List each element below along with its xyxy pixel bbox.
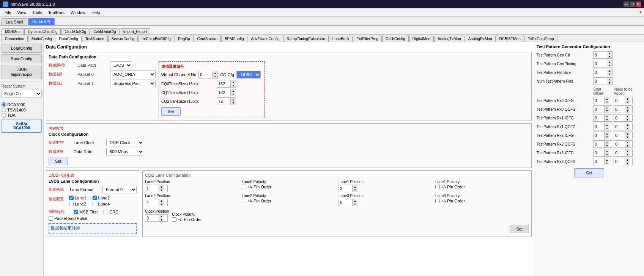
lane1-pol-label-wrap[interactable]: +/- Pin Order (435, 185, 529, 189)
tp-gen-ctl-down[interactable]: ▼ (607, 55, 612, 58)
tp-row-start-0[interactable]: ▲ ▼ (593, 97, 612, 104)
tsw1400-radio-label[interactable]: TSW1400 (2, 108, 42, 112)
clock-pol-checkbox[interactable] (172, 217, 176, 222)
tp-row-val-4[interactable]: ▲ ▼ (614, 132, 633, 139)
tp-row-val-0[interactable]: ▲ ▼ (614, 97, 633, 104)
lane1-checkbox-label[interactable]: Lane1 (69, 196, 87, 200)
cq1-down[interactable]: ▼ (231, 93, 236, 96)
tp-pkt-size-spinbox[interactable]: ▲ ▼ (593, 69, 613, 76)
tp-row-val-down-0[interactable]: ▼ (625, 100, 630, 104)
lane0-pol-label-wrap[interactable]: +/- Pin Order (242, 185, 335, 189)
tab-radar-api[interactable]: RadarAPI (28, 18, 55, 25)
packet0-select[interactable]: ADC_ONLY CP_ADC (110, 71, 156, 78)
tda-radio-label[interactable]: TDA (2, 113, 42, 118)
virtual-ch-up[interactable]: ▲ (213, 71, 217, 75)
tp-row-start-7[interactable]: ▲ ▼ (593, 158, 612, 165)
lane4-checkbox-label[interactable]: Lane4 (93, 202, 110, 206)
crc-label[interactable]: CRC (104, 210, 118, 214)
single-chip-dropdown[interactable]: Single Chi Multi Chip (2, 90, 42, 97)
tab-digital-mon[interactable]: DigitalMon (409, 36, 434, 42)
lane2-pol-label-wrap[interactable]: +/- Pin Order (242, 199, 335, 203)
tp-row-start-input-7[interactable] (594, 158, 604, 165)
tp-row-start-up-2[interactable]: ▲ (605, 114, 609, 118)
tp-set-button[interactable]: Set (574, 168, 604, 177)
lane2-checkbox-label[interactable]: Lane2 (93, 196, 110, 200)
tp-row-val-input-4[interactable] (614, 132, 625, 138)
lane2-pos-up[interactable]: ▲ (159, 199, 164, 202)
tp-gen-ctl-spinbox[interactable]: ▲ ▼ (593, 51, 613, 59)
tp-row-start-down-1[interactable]: ▼ (605, 109, 609, 113)
tp-row-start-up-6[interactable]: ▲ (605, 149, 609, 153)
lane3-pol-label-wrap[interactable]: +/- Pin Order (435, 199, 529, 203)
clock-pos-up[interactable]: ▲ (159, 215, 164, 218)
tp-row-start-down-3[interactable]: ▼ (605, 127, 609, 130)
tp-row-start-down-4[interactable]: ▼ (605, 135, 609, 139)
tp-gen-timing-input[interactable] (594, 61, 607, 67)
lane0-pol-checkbox[interactable] (242, 185, 246, 189)
tp-gen-timing-up[interactable]: ▲ (607, 60, 612, 64)
packet-end-label[interactable]: Packet End Pulse (49, 216, 137, 221)
menu-window[interactable]: Window (68, 9, 88, 16)
tab-analog-tx[interactable]: AnalogTxMon (434, 36, 464, 42)
tp-row-start-input-3[interactable] (594, 124, 604, 130)
lane2-pol-checkbox[interactable] (242, 199, 246, 203)
tp-row-val-down-7[interactable]: ▼ (625, 162, 630, 165)
tp-row-val-2[interactable]: ▲ ▼ (614, 114, 633, 122)
menu-help[interactable]: Help (88, 9, 103, 16)
dca1000-radio-label[interactable]: DCA1000 (2, 102, 42, 107)
tab-reg-op[interactable]: RegOp (175, 36, 194, 42)
tp-num-pkts-up[interactable]: ▲ (607, 78, 612, 81)
lane1-pol-checkbox[interactable] (435, 185, 440, 189)
tp-gen-timing-spinbox[interactable]: ▲ ▼ (593, 60, 613, 67)
tp-row-val-up-2[interactable]: ▲ (625, 114, 630, 118)
tp-row-start-input-4[interactable] (594, 132, 604, 138)
tp-row-start-input-6[interactable] (594, 150, 604, 156)
clock-pos-spinbox[interactable]: ▲ ▼ (145, 214, 168, 222)
tp-row-start-down-5[interactable]: ▼ (605, 144, 609, 147)
tp-row-val-6[interactable]: ▲ ▼ (614, 149, 633, 157)
tab-test-source[interactable]: TestSource (82, 36, 108, 42)
tp-row-start-up-1[interactable]: ▲ (605, 106, 609, 109)
tp-row-val-down-1[interactable]: ▼ (625, 109, 630, 113)
tab-cont-stream[interactable]: ContStream (194, 36, 221, 42)
cq-cfg-select[interactable]: 16 Bit 12 Bit (236, 71, 261, 78)
tp-row-val-up-3[interactable]: ▲ (625, 123, 630, 127)
tp-row-val-input-0[interactable] (614, 97, 625, 104)
tp-row-val-input-1[interactable] (614, 106, 625, 112)
tp-row-start-input-1[interactable] (594, 106, 604, 112)
tab-mssmon[interactable]: MSSMon (2, 28, 24, 34)
tp-row-val-input-2[interactable] (614, 115, 625, 121)
tab-ramp-timing[interactable]: RampTimingCalculator (283, 36, 329, 42)
crc-checkbox[interactable] (104, 210, 108, 214)
msb-first-checkbox[interactable] (74, 210, 78, 214)
setup-dca1000-button[interactable]: SetUpDCA1000 (2, 119, 42, 133)
tp-row-start-3[interactable]: ▲ ▼ (593, 123, 612, 130)
tp-row-val-down-6[interactable]: ▼ (625, 153, 630, 156)
tab-lua-shell[interactable]: Lua Shell (2, 18, 27, 25)
tp-row-start-input-0[interactable] (594, 97, 604, 104)
clock-pos-down[interactable]: ▼ (159, 218, 164, 221)
tab-adv-frame[interactable]: AdvFrameConfig (248, 36, 283, 42)
maximize-button[interactable]: ❐ (630, 2, 635, 7)
tab-calib-data[interactable]: CalibDataCfg (90, 28, 119, 34)
tab-static-config[interactable]: StaticConfig (28, 36, 55, 42)
tab-clock-out[interactable]: ClockOutCfg (61, 28, 90, 34)
tp-row-start-down-0[interactable]: ▼ (605, 100, 609, 104)
tp-row-start-down-6[interactable]: ▼ (605, 153, 609, 156)
msb-first-label[interactable]: MSB First (74, 210, 98, 214)
tab-loop-back[interactable]: LoopBack (329, 36, 353, 42)
tp-row-start-up-7[interactable]: ▲ (605, 158, 609, 162)
tp-row-val-down-4[interactable]: ▼ (625, 135, 630, 139)
virtual-ch-spinbox[interactable]: ▲ ▼ (198, 71, 218, 78)
tp-row-val-down-2[interactable]: ▼ (625, 118, 630, 121)
virtual-ch-input[interactable] (199, 72, 212, 78)
menu-file[interactable]: File (2, 9, 14, 16)
cq0-down[interactable]: ▼ (231, 84, 236, 87)
lane0-pos-input[interactable] (145, 185, 159, 191)
tab-data-config[interactable]: DataConfig (56, 36, 82, 42)
tab-bpm-config[interactable]: BPMConfig (221, 36, 247, 42)
tp-gen-ctl-up[interactable]: ▲ (607, 52, 612, 55)
tp-row-val-7[interactable]: ▲ ▼ (614, 158, 633, 165)
lane1-checkbox[interactable] (69, 196, 74, 200)
clock-pos-input[interactable] (145, 215, 159, 221)
